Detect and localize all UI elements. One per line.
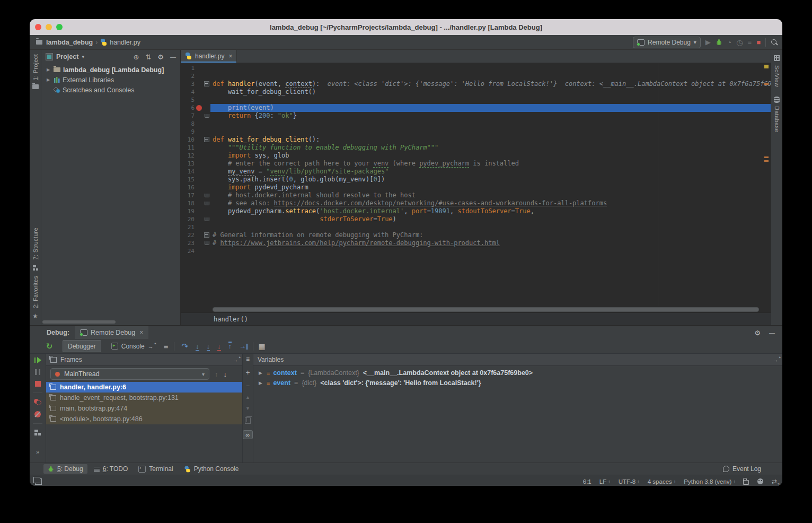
fold-area[interactable] [203,202,210,205]
tab-console[interactable]: Console → [107,341,158,352]
new-watch-button[interactable]: + [245,369,250,376]
project-tree-item[interactable]: Scratches and Consoles [41,85,180,95]
lock-icon[interactable] [743,480,749,485]
expand-icon[interactable]: ▶ [259,380,263,386]
move-watch-down-button[interactable]: ▼ [245,406,250,411]
project-tree-item[interactable]: ▶External Libraries [41,75,180,85]
toolwindow-tab-pythonconsole[interactable]: Python Console [180,464,243,474]
code-line[interactable]: 24 [181,247,771,255]
project-horizontal-scrollbar[interactable] [42,320,116,324]
duplicate-watch-button[interactable] [245,417,251,424]
fold-end-icon[interactable] [205,194,209,197]
status-item[interactable]: 4 spaces↕ [648,478,676,485]
editor-breadcrumb[interactable]: handler() [181,312,771,325]
gutter[interactable]: 12 [181,152,210,160]
previous-frame-button[interactable]: ↑ [215,370,218,378]
code-line[interactable]: 9 [181,128,771,136]
resume-button[interactable] [34,357,41,363]
inspections-hector-icon[interactable] [757,478,763,484]
code-line[interactable]: 18 # see also: https://docs.docker.com/d… [181,199,771,207]
code-line[interactable]: 6 print(event) [181,104,771,112]
gutter[interactable]: 19 [181,207,210,215]
project-tree-item[interactable]: ▶lambda_debug [Lambda Debug] [41,65,180,75]
close-window-button[interactable] [35,24,41,30]
step-out-button[interactable]: ↑ [228,343,232,350]
stack-frame-row[interactable]: handler, handler.py:6 [46,382,242,393]
more-actions-button[interactable]: » [36,449,39,455]
gutter[interactable]: 20 [181,215,210,223]
code-line[interactable]: 22# General information on remote debugg… [181,231,771,239]
tool-stripe-project[interactable]: 1: Project [32,54,39,80]
gutter[interactable]: 10 [181,136,210,144]
run-to-cursor-button[interactable]: → [239,343,248,350]
breadcrumb-project[interactable]: lambda_debug [46,39,93,46]
editor-horizontal-scrollbar[interactable] [213,307,759,312]
code-line[interactable]: 11 """Utility function to enable debuggi… [181,144,771,152]
stop-debug-button[interactable] [35,381,41,387]
gutter[interactable]: 5 [181,96,210,104]
code-line[interactable]: 16 import pydevd_pycharm [181,184,771,191]
code-line[interactable]: 19 pydevd_pycharm.settrace('host.docker.… [181,207,771,215]
tool-stripe-structure[interactable]: 7: Structure [32,228,39,259]
project-panel-title[interactable]: Project [56,53,78,60]
maximize-window-button[interactable] [56,24,63,30]
fold-area[interactable] [203,114,210,118]
hide-panel-icon[interactable]: — [170,54,176,60]
project-view-dropdown-icon[interactable]: ▾ [82,55,84,59]
tool-stripe-database[interactable]: Database [774,106,780,133]
tree-expand-icon[interactable]: ▶ [46,67,51,72]
fold-area[interactable] [203,81,210,86]
gutter[interactable]: 22 [181,231,210,239]
show-watches-toggle[interactable]: ∞ [243,430,253,439]
gutter[interactable]: 3 [181,80,210,88]
run-configuration-select[interactable]: Remote Debug ▾ [633,37,701,48]
status-item[interactable]: 6:1 [583,478,592,485]
locate-file-icon[interactable]: ⊕ [134,53,139,61]
stripe-mark[interactable] [764,156,769,158]
breakpoint-dot[interactable] [196,105,202,111]
fold-collapse-icon[interactable] [204,81,209,86]
view-breakpoints-button[interactable] [34,399,41,405]
breadcrumb-file[interactable]: handler.py [110,39,140,46]
status-item[interactable]: UTF-8↕ [619,478,640,485]
rerun-button[interactable]: ↻ [41,342,57,351]
profiler-button[interactable]: ◷ [736,39,743,46]
fold-area[interactable] [203,217,210,221]
gutter[interactable]: 8 [181,120,210,128]
tool-stripe-favorites[interactable]: 2: Favorites [32,276,39,308]
stripe-mark-warning[interactable] [764,65,769,68]
stripe-mark[interactable] [764,83,769,85]
fold-collapse-icon[interactable] [204,137,209,142]
gutter[interactable]: 2 [181,72,210,80]
mute-breakpoints-button[interactable] [34,411,41,417]
restore-layout-button[interactable] [34,430,41,435]
step-into-button[interactable]: ↓ [196,343,199,350]
layout-options-icon[interactable]: ≡ [164,342,169,350]
code-line[interactable]: 10def wait_for_debug_client(): [181,136,771,144]
status-item[interactable]: Python 3.8 (venv)↕ [684,478,736,485]
gutter[interactable]: 17 [181,191,210,199]
gutter[interactable]: 7 [181,112,210,120]
evaluate-expression-button[interactable]: ▦ [259,343,266,350]
code-line[interactable]: 23# https://www.jetbrains.com/help/pycha… [181,239,771,247]
fold-end-icon[interactable] [205,217,209,221]
step-into-my-code-button[interactable]: ↓ [217,343,221,350]
force-step-into-button[interactable]: ↓ [207,343,210,350]
code-line[interactable]: 3def handler(event, context): event: <cl… [181,80,771,88]
toolwindow-tab-debug[interactable]: 5: Debug [43,464,87,474]
hide-debug-panel-icon[interactable]: — [769,329,775,336]
code-line[interactable]: 2 [181,72,771,80]
tree-expand-icon[interactable]: ▶ [46,77,51,82]
code-line[interactable]: 1 [181,64,771,72]
fold-area[interactable] [203,137,210,142]
run-button[interactable]: ▶ [705,39,711,46]
stack-frame-row[interactable]: <module>, bootstrap.py:486 [46,414,242,424]
next-frame-button[interactable]: ↓ [224,370,227,378]
fold-area[interactable] [203,241,210,245]
close-session-icon[interactable]: × [139,329,143,336]
gutter[interactable]: 23 [181,239,210,247]
error-stripe[interactable] [763,63,769,306]
thread-select[interactable]: MainThread ▾ [50,368,209,380]
pin-tab-icon[interactable]: → [233,357,238,363]
options-menu-icon[interactable]: ≡ [246,356,250,362]
